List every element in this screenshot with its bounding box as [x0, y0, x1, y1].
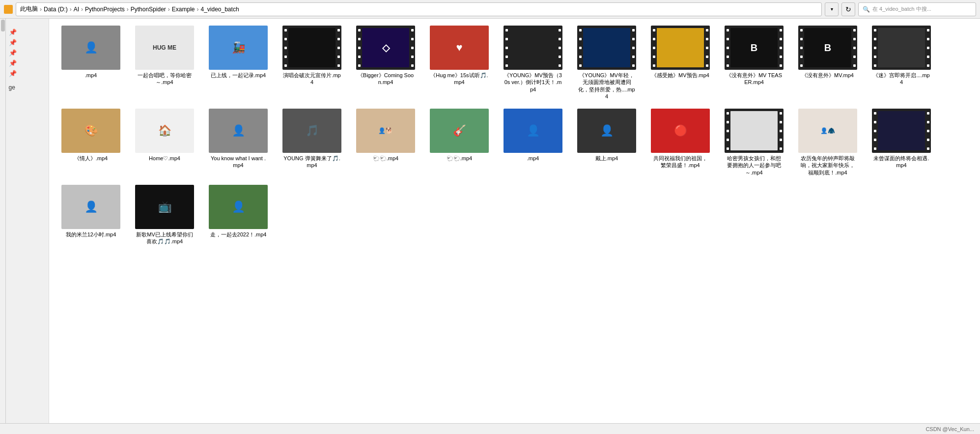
film-strip-thumbnail [577, 26, 636, 70]
thumbnail-image: 🎵 [282, 109, 341, 153]
file-label: 《没有意外》MV TEASER.mp4 [725, 72, 784, 86]
breadcrumb-pythonprojects[interactable]: PythonProjects [85, 6, 125, 13]
file-label: 《没有意外》MV.mp4 [802, 72, 854, 79]
thumbnail-container: 🎸 [430, 109, 489, 153]
breadcrumb: 此电脑 › Data (D:) › AI › PythonProjects › … [16, 2, 822, 16]
thumbnail-image: 👤 [61, 26, 120, 70]
list-item[interactable]: B《没有意外》MV.mp4 [796, 24, 860, 102]
sidebar-pin-3[interactable]: 📌 [9, 49, 17, 57]
file-label: 共同祝福我们的祖国，繁荣昌盛！.mp4 [651, 155, 710, 169]
film-strip-thumbnail [282, 26, 341, 70]
film-strip-thumbnail: B [725, 26, 784, 70]
thumbnail-image: 👤🧥 [798, 109, 857, 153]
sidebar-pin-4[interactable]: 📌 [9, 59, 17, 67]
sidebar-pin-5[interactable]: 📌 [9, 70, 17, 77]
thumbnail-container: 👤 [577, 109, 636, 153]
list-item[interactable]: 🏠Home♡.mp4 [133, 107, 196, 178]
sidebar-pin-1[interactable]: 📌 [9, 29, 17, 36]
list-item[interactable]: B《没有意外》MV TEASER.mp4 [722, 24, 786, 102]
breadcrumb-ai[interactable]: AI [74, 6, 79, 13]
list-item[interactable]: 👤.mp4 [59, 24, 123, 102]
list-item[interactable]: 👤You know what I want .mp4 [206, 107, 270, 178]
breadcrumb-example[interactable]: Example [172, 6, 195, 13]
thumbnail-container [872, 26, 931, 70]
list-item[interactable]: 《YOUNG》MV预告（30s ver.）倒计时1天！.mp4 [501, 24, 565, 102]
list-item[interactable]: 👤戴上.mp4 [575, 107, 639, 178]
search-box[interactable]: 🔍 在 4_video_batch 中搜... [858, 2, 976, 16]
sidebar-scroll-thumb [1, 20, 5, 31]
thumbnail-container: 👤 [209, 185, 268, 229]
thumbnail-container [872, 109, 931, 153]
thumbnail-container: 🚂 [209, 26, 268, 70]
list-item[interactable]: 哈密男孩女孩们，和想要拥抱的人一起参与吧～.mp4 [722, 107, 786, 178]
file-label: 一起合唱吧，等你哈密～.mp4 [135, 72, 194, 86]
address-dropdown-button[interactable]: ▾ [825, 2, 839, 16]
thumbnail-container: 👤 [209, 109, 268, 153]
thumbnail-image: 🎨 [61, 109, 120, 153]
file-label: 新歌MV已上线希望你们喜欢🎵🎵.mp4 [135, 231, 194, 245]
film-strip-thumbnail [872, 109, 931, 153]
sidebar-label: ge [9, 84, 15, 91]
list-item[interactable]: 👤走，一起去2022！.mp4 [206, 183, 270, 247]
file-label: 我的米兰12小时.mp4 [66, 231, 116, 238]
refresh-button[interactable]: ↻ [841, 2, 855, 16]
film-strip-thumbnail: ◇ [356, 26, 415, 70]
list-item[interactable]: 《YOUNG》MV年轻，无须圆滑地被周遭同化，坚持所爱，热....mp4 [575, 24, 639, 102]
list-item[interactable]: ♥《Hug me》15s试听🎵.mp4 [427, 24, 491, 102]
thumbnail-image: ♥ [430, 26, 489, 70]
breadcrumb-drive[interactable]: Data (D:) [44, 6, 68, 13]
file-label: 《迷》宫即将开启....mp4 [872, 72, 931, 86]
thumbnail-image: 🏠 [135, 109, 194, 153]
list-item[interactable]: 🎵YOUNG 弹簧舞来了🎵.mp4 [280, 107, 344, 178]
thumbnail-container: 👤 [504, 109, 562, 153]
file-label: 哈密男孩女孩们，和想要拥抱的人一起参与吧～.mp4 [725, 155, 784, 176]
main-content: 📌 📌 📌 📌 📌 ge 👤.mp4HUG ME一起合唱吧，等你哈密～.mp4🚂… [0, 19, 980, 423]
thumbnail-container: ♥ [430, 26, 489, 70]
film-strip-thumbnail [651, 26, 710, 70]
breadcrumb-current[interactable]: 4_video_batch [200, 6, 239, 13]
list-item[interactable]: 演唱会破次元宣传片.mp4 [280, 24, 344, 102]
file-grid-area[interactable]: 👤.mp4HUG ME一起合唱吧，等你哈密～.mp4🚂已上线，一起记录.mp4演… [49, 19, 980, 423]
file-label: .mp4 [527, 155, 539, 162]
breadcrumb-pythonspider[interactable]: PythonSpider [131, 6, 166, 13]
list-item[interactable]: 《迷》宫即将开启....mp4 [869, 24, 933, 102]
sidebar-content: 📌 📌 📌 📌 📌 ge [9, 24, 48, 91]
thumbnail-image: 👤 [209, 109, 268, 153]
sidebar-pin-2[interactable]: 📌 [9, 39, 17, 46]
list-item[interactable]: 👤🧥农历兔年的钟声即将敲响，祝大家新年快乐，福顺到底！.mp4 [796, 107, 860, 178]
thumbnail-container: 👤🐕 [356, 109, 415, 153]
list-item[interactable]: 🔴共同祝福我们的祖国，繁荣昌盛！.mp4 [648, 107, 712, 178]
list-item[interactable]: 《感受她》MV预告.mp4 [648, 24, 712, 102]
list-item[interactable]: ◇《Bigger》Coming Soon.mp4 [354, 24, 418, 102]
sidebar-scrollbar[interactable] [0, 19, 6, 423]
thumbnail-container [725, 109, 784, 153]
list-item[interactable]: 👤.mp4 [501, 107, 565, 178]
file-label: 农历兔年的钟声即将敲响，祝大家新年快乐，福顺到底！.mp4 [798, 155, 857, 176]
thumbnail-container: HUG ME [135, 26, 194, 70]
thumbnail-container: B [798, 26, 857, 70]
list-item[interactable]: 👤我的米兰12小时.mp4 [59, 183, 123, 247]
thumbnail-container [577, 26, 636, 70]
thumbnail-image: 👤🐕 [356, 109, 415, 153]
list-item[interactable]: HUG ME一起合唱吧，等你哈密～.mp4 [133, 24, 196, 102]
thumbnail-container: 👤 [61, 26, 120, 70]
thumbnail-image: 🔴 [651, 109, 710, 153]
breadcrumb-computer[interactable]: 此电脑 [20, 5, 38, 13]
thumbnail-image: 👤 [577, 109, 636, 153]
thumbnail-container: 🎵 [282, 109, 341, 153]
film-strip-thumbnail [504, 26, 562, 70]
list-item[interactable]: 🎸🐑🐑.mp4 [427, 107, 491, 178]
file-label: 🐑🐑.mp4 [447, 155, 472, 162]
thumbnail-image: HUG ME [135, 26, 194, 70]
thumbnail-image: 🎸 [430, 109, 489, 153]
file-label: 演唱会破次元宣传片.mp4 [282, 72, 341, 86]
list-item[interactable]: 未曾谋面的终将会相遇.mp4 [869, 107, 933, 178]
list-item[interactable]: 👤🐕🐑🐑.mp4 [354, 107, 418, 178]
thumbnail-container: 📺 [135, 185, 194, 229]
search-icon: 🔍 [863, 6, 870, 13]
film-strip-thumbnail: B [798, 26, 857, 70]
list-item[interactable]: 📺新歌MV已上线希望你们喜欢🎵🎵.mp4 [133, 183, 196, 247]
thumbnail-container [282, 26, 341, 70]
list-item[interactable]: 🎨《情人》.mp4 [59, 107, 123, 178]
list-item[interactable]: 🚂已上线，一起记录.mp4 [206, 24, 270, 102]
